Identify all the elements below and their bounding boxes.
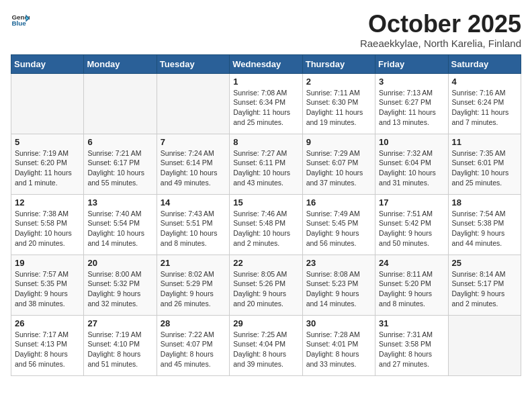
calendar-cell: 3Sunrise: 7:13 AM Sunset: 6:27 PM Daylig… [375, 73, 448, 134]
calendar-cell: 5Sunrise: 7:19 AM Sunset: 6:20 PM Daylig… [11, 134, 84, 194]
day-info: Sunrise: 7:31 AM Sunset: 3:58 PM Dayligh… [379, 330, 444, 369]
calendar-cell: 21Sunrise: 8:02 AM Sunset: 5:29 PM Dayli… [157, 255, 229, 315]
calendar-cell: 8Sunrise: 7:27 AM Sunset: 6:11 PM Daylig… [230, 134, 302, 194]
day-info: Sunrise: 8:14 AM Sunset: 5:17 PM Dayligh… [452, 269, 517, 309]
day-number: 11 [452, 137, 517, 147]
calendar-cell: 9Sunrise: 7:29 AM Sunset: 6:07 PM Daylig… [302, 134, 375, 194]
day-number: 6 [87, 137, 152, 147]
day-info: Sunrise: 7:19 AM Sunset: 4:10 PM Dayligh… [87, 330, 152, 369]
calendar-cell: 27Sunrise: 7:19 AM Sunset: 4:10 PM Dayli… [84, 315, 157, 375]
calendar-cell: 15Sunrise: 7:46 AM Sunset: 5:48 PM Dayli… [230, 194, 302, 255]
header-thursday: Thursday [302, 54, 375, 73]
calendar-cell: 1Sunrise: 7:08 AM Sunset: 6:34 PM Daylig… [230, 73, 302, 134]
day-number: 18 [452, 197, 517, 208]
day-info: Sunrise: 7:22 AM Sunset: 4:07 PM Dayligh… [161, 330, 226, 369]
day-info: Sunrise: 7:11 AM Sunset: 6:30 PM Dayligh… [306, 88, 371, 128]
calendar-cell [84, 73, 157, 134]
calendar-title: October 2025 [360, 11, 521, 38]
day-info: Sunrise: 8:08 AM Sunset: 5:23 PM Dayligh… [306, 269, 371, 309]
header-sunday: Sunday [11, 54, 84, 73]
calendar-cell: 7Sunrise: 7:24 AM Sunset: 6:14 PM Daylig… [157, 134, 229, 194]
day-number: 17 [379, 197, 444, 208]
day-number: 21 [161, 258, 226, 268]
calendar-cell: 20Sunrise: 8:00 AM Sunset: 5:32 PM Dayli… [84, 255, 157, 315]
calendar-cell: 2Sunrise: 7:11 AM Sunset: 6:30 PM Daylig… [302, 73, 375, 134]
day-number: 29 [233, 318, 298, 328]
header-row: Sunday Monday Tuesday Wednesday Thursday… [11, 54, 521, 73]
header-tuesday: Tuesday [157, 54, 229, 73]
day-info: Sunrise: 7:25 AM Sunset: 4:04 PM Dayligh… [233, 330, 298, 369]
day-info: Sunrise: 7:29 AM Sunset: 6:07 PM Dayligh… [306, 148, 371, 188]
day-info: Sunrise: 7:49 AM Sunset: 5:45 PM Dayligh… [306, 209, 371, 248]
calendar-cell: 28Sunrise: 7:22 AM Sunset: 4:07 PM Dayli… [157, 315, 229, 375]
logo-icon: General Blue [11, 11, 30, 30]
day-info: Sunrise: 7:16 AM Sunset: 6:24 PM Dayligh… [452, 88, 517, 128]
day-info: Sunrise: 7:24 AM Sunset: 6:14 PM Dayligh… [161, 148, 226, 188]
calendar-cell [11, 73, 84, 134]
day-info: Sunrise: 7:57 AM Sunset: 5:35 PM Dayligh… [15, 269, 80, 309]
day-info: Sunrise: 8:02 AM Sunset: 5:29 PM Dayligh… [161, 269, 226, 309]
day-number: 3 [379, 77, 444, 87]
calendar-cell: 25Sunrise: 8:14 AM Sunset: 5:17 PM Dayli… [448, 255, 521, 315]
day-info: Sunrise: 7:27 AM Sunset: 6:11 PM Dayligh… [233, 148, 298, 188]
day-number: 14 [161, 197, 226, 208]
calendar-week-4: 19Sunrise: 7:57 AM Sunset: 5:35 PM Dayli… [11, 255, 521, 315]
day-number: 13 [87, 197, 152, 208]
day-info: Sunrise: 8:11 AM Sunset: 5:20 PM Dayligh… [379, 269, 444, 309]
day-number: 22 [233, 258, 298, 268]
day-number: 30 [306, 318, 371, 328]
calendar-cell: 14Sunrise: 7:43 AM Sunset: 5:51 PM Dayli… [157, 194, 229, 255]
day-info: Sunrise: 7:35 AM Sunset: 6:01 PM Dayligh… [452, 148, 517, 188]
header-friday: Friday [375, 54, 448, 73]
header-wednesday: Wednesday [230, 54, 302, 73]
day-number: 1 [233, 77, 298, 87]
day-info: Sunrise: 7:40 AM Sunset: 5:54 PM Dayligh… [87, 209, 152, 248]
day-info: Sunrise: 7:51 AM Sunset: 5:42 PM Dayligh… [379, 209, 444, 248]
calendar-cell: 24Sunrise: 8:11 AM Sunset: 5:20 PM Dayli… [375, 255, 448, 315]
calendar-cell: 31Sunrise: 7:31 AM Sunset: 3:58 PM Dayli… [375, 315, 448, 375]
day-number: 23 [306, 258, 371, 268]
day-number: 31 [379, 318, 444, 328]
day-number: 7 [161, 137, 226, 147]
day-info: Sunrise: 7:46 AM Sunset: 5:48 PM Dayligh… [233, 209, 298, 248]
calendar-cell: 19Sunrise: 7:57 AM Sunset: 5:35 PM Dayli… [11, 255, 84, 315]
calendar-week-1: 1Sunrise: 7:08 AM Sunset: 6:34 PM Daylig… [11, 73, 521, 134]
day-number: 4 [452, 77, 517, 87]
calendar-cell: 17Sunrise: 7:51 AM Sunset: 5:42 PM Dayli… [375, 194, 448, 255]
calendar-cell: 23Sunrise: 8:08 AM Sunset: 5:23 PM Dayli… [302, 255, 375, 315]
day-info: Sunrise: 7:28 AM Sunset: 4:01 PM Dayligh… [306, 330, 371, 369]
calendar-week-2: 5Sunrise: 7:19 AM Sunset: 6:20 PM Daylig… [11, 134, 521, 194]
day-number: 8 [233, 137, 298, 147]
day-number: 24 [379, 258, 444, 268]
calendar-cell [448, 315, 521, 375]
logo: General Blue [11, 11, 30, 30]
calendar-cell: 30Sunrise: 7:28 AM Sunset: 4:01 PM Dayli… [302, 315, 375, 375]
calendar-cell: 11Sunrise: 7:35 AM Sunset: 6:01 PM Dayli… [448, 134, 521, 194]
calendar-cell: 26Sunrise: 7:17 AM Sunset: 4:13 PM Dayli… [11, 315, 84, 375]
day-info: Sunrise: 7:21 AM Sunset: 6:17 PM Dayligh… [87, 148, 152, 188]
day-info: Sunrise: 7:19 AM Sunset: 6:20 PM Dayligh… [15, 148, 80, 188]
day-number: 19 [15, 258, 80, 268]
calendar-cell: 16Sunrise: 7:49 AM Sunset: 5:45 PM Dayli… [302, 194, 375, 255]
calendar-table: Sunday Monday Tuesday Wednesday Thursday… [11, 54, 521, 376]
calendar-week-3: 12Sunrise: 7:38 AM Sunset: 5:58 PM Dayli… [11, 194, 521, 255]
calendar-subtitle: Raeaekkylae, North Karelia, Finland [360, 38, 521, 49]
calendar-cell: 6Sunrise: 7:21 AM Sunset: 6:17 PM Daylig… [84, 134, 157, 194]
day-info: Sunrise: 7:13 AM Sunset: 6:27 PM Dayligh… [379, 88, 444, 128]
day-number: 28 [161, 318, 226, 328]
day-number: 26 [15, 318, 80, 328]
day-number: 15 [233, 197, 298, 208]
title-section: October 2025 Raeaekkylae, North Karelia,… [360, 11, 521, 49]
calendar-cell: 22Sunrise: 8:05 AM Sunset: 5:26 PM Dayli… [230, 255, 302, 315]
day-info: Sunrise: 7:17 AM Sunset: 4:13 PM Dayligh… [15, 330, 80, 369]
calendar-cell [157, 73, 229, 134]
day-number: 5 [15, 137, 80, 147]
calendar-cell: 13Sunrise: 7:40 AM Sunset: 5:54 PM Dayli… [84, 194, 157, 255]
day-info: Sunrise: 7:32 AM Sunset: 6:04 PM Dayligh… [379, 148, 444, 188]
calendar-cell: 18Sunrise: 7:54 AM Sunset: 5:38 PM Dayli… [448, 194, 521, 255]
day-number: 2 [306, 77, 371, 87]
day-info: Sunrise: 7:08 AM Sunset: 6:34 PM Dayligh… [233, 88, 298, 128]
calendar-week-5: 26Sunrise: 7:17 AM Sunset: 4:13 PM Dayli… [11, 315, 521, 375]
day-number: 9 [306, 137, 371, 147]
day-info: Sunrise: 8:00 AM Sunset: 5:32 PM Dayligh… [87, 269, 152, 309]
